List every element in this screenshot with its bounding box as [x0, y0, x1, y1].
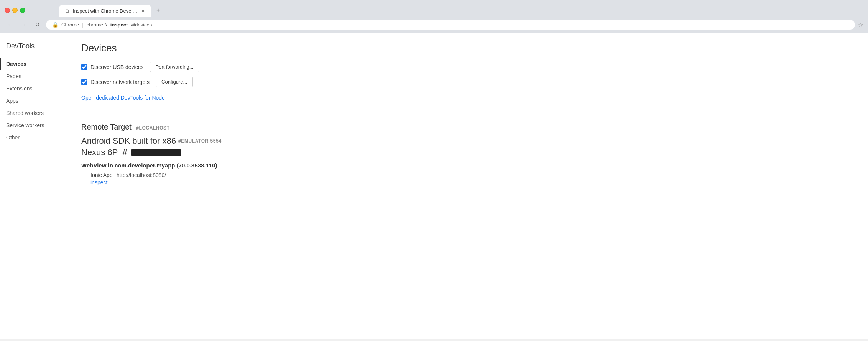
configure-button[interactable]: Configure...	[156, 77, 193, 87]
remote-target-label: Remote Target	[81, 123, 132, 131]
minimize-button[interactable]	[12, 8, 18, 13]
usb-controls-row: Discover USB devices Port forwarding...	[81, 62, 856, 72]
maximize-button[interactable]	[20, 8, 25, 13]
new-tab-button[interactable]: +	[152, 4, 164, 17]
browser-label: Chrome	[61, 22, 79, 28]
network-controls-row: Discover network targets Configure...	[81, 77, 856, 87]
app-entry: Ionic App http://localhost:8080/ inspect	[90, 172, 856, 185]
security-icon: 🔒	[52, 22, 58, 28]
url-bold: inspect	[110, 22, 128, 28]
forward-button[interactable]: →	[18, 19, 29, 30]
discover-usb-label[interactable]: Discover USB devices	[81, 64, 144, 70]
node-devtools-link[interactable]: Open dedicated DevTools for Node	[81, 95, 165, 101]
app-url: http://localhost:8080/	[117, 172, 166, 178]
sidebar-item-other[interactable]: Other	[0, 131, 69, 144]
inspect-link[interactable]: inspect	[90, 179, 856, 185]
discover-network-checkbox[interactable]	[81, 79, 87, 85]
back-button[interactable]: ←	[5, 19, 15, 30]
sidebar-item-pages[interactable]: Pages	[0, 70, 69, 82]
bookmark-button[interactable]: ☆	[858, 21, 863, 28]
url-rest: /#devices	[131, 22, 152, 28]
address-bar[interactable]: 🔒 Chrome | chrome://inspect/#devices	[46, 20, 855, 30]
nexus-6p-name: Nexus 6P	[81, 148, 118, 157]
webview-label: WebView in com.developer.myapp (70.0.353…	[81, 162, 856, 169]
sidebar-item-devices[interactable]: Devices	[0, 58, 69, 70]
traffic-lights	[5, 8, 25, 13]
url-scheme: chrome://	[87, 22, 107, 28]
page-title: Devices	[81, 42, 856, 54]
discover-network-label[interactable]: Discover network targets	[81, 79, 150, 85]
app-name: Ionic App	[90, 172, 113, 178]
tab-close-icon[interactable]: ✕	[141, 8, 145, 14]
close-button[interactable]	[5, 8, 10, 13]
port-forwarding-button[interactable]: Port forwarding...	[150, 62, 199, 72]
sidebar-item-shared-workers[interactable]: Shared workers	[0, 107, 69, 119]
divider	[81, 116, 856, 116]
tab-favicon-icon: 🗋	[65, 8, 70, 14]
nexus-hash: #	[120, 148, 127, 157]
discover-usb-text: Discover USB devices	[90, 64, 144, 70]
address-separator: |	[82, 22, 83, 28]
main-content: Devices Discover USB devices Port forwar…	[69, 33, 868, 339]
remote-target-header: Remote Target #LOCALHOST	[81, 123, 856, 131]
sidebar-item-apps[interactable]: Apps	[0, 95, 69, 107]
remote-target-sublabel: #LOCALHOST	[136, 125, 169, 131]
android-sdk-name: Android SDK built for x86	[81, 136, 176, 146]
nexus-serial-redacted	[131, 149, 181, 156]
discover-usb-checkbox[interactable]	[81, 64, 87, 70]
device-android-sdk: Android SDK built for x86 #EMULATOR-5554	[81, 136, 856, 146]
reload-button[interactable]: ↺	[32, 19, 43, 30]
sidebar: DevTools Devices Pages Extensions Apps S…	[0, 33, 69, 339]
device-nexus-6p: Nexus 6P #	[81, 148, 856, 157]
sidebar-item-service-workers[interactable]: Service workers	[0, 119, 69, 131]
sidebar-item-extensions[interactable]: Extensions	[0, 82, 69, 95]
devtools-title: DevTools	[0, 42, 69, 58]
browser-tab[interactable]: 🗋 Inspect with Chrome Develope ✕	[59, 5, 151, 17]
android-sdk-sublabel: #EMULATOR-5554	[178, 138, 222, 144]
discover-network-text: Discover network targets	[90, 79, 150, 85]
tab-title: Inspect with Chrome Develope	[73, 8, 138, 14]
